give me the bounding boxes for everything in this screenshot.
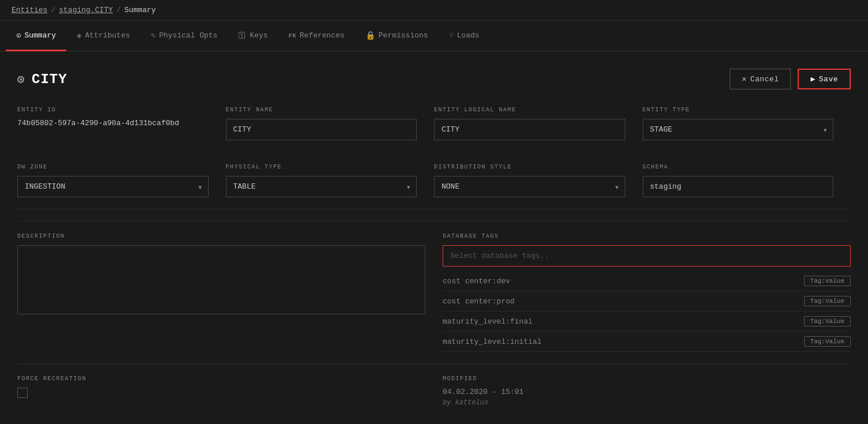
entity-logical-name-label: ENTITY LOGICAL NAME: [434, 107, 625, 113]
modified-label: MODIFIED: [443, 376, 851, 382]
tab-loads-label: Loads: [457, 31, 480, 40]
modified-by: by kattelus: [443, 399, 851, 407]
entity-type-field: ENTITY TYPE STAGE DIM FACT BRIDGE ▾: [643, 107, 851, 140]
keys-icon: ⚿: [238, 31, 246, 40]
breadcrumb: Entities / staging.CITY / Summary: [0, 0, 868, 21]
tag-item-maturity-initial: maturity_level:initial Tag:Value: [443, 332, 851, 352]
force-recreation-checkbox[interactable]: [17, 388, 28, 398]
cancel-x-icon: ✕: [742, 74, 746, 84]
cancel-label: Cancel: [750, 75, 779, 84]
dw-zone-select-wrapper: INGESTION STAGING CORE MART ▾: [17, 176, 209, 197]
description-section: DESCRIPTION: [17, 233, 425, 352]
database-tags-section: DATABASE TAGS cost center:dev Tag:Value …: [443, 233, 851, 352]
entity-title-icon: ⊙: [17, 72, 25, 87]
attributes-icon: ◈: [77, 31, 81, 40]
breadcrumb-current: Summary: [124, 6, 156, 14]
physical-type-select-wrapper: TABLE VIEW MATERIALIZED VIEW ▾: [226, 176, 417, 197]
tag-name-cost-center-dev: cost center:dev: [443, 277, 510, 286]
tab-permissions[interactable]: 🔒 Permissions: [355, 21, 439, 51]
tab-attributes[interactable]: ◈ Attributes: [66, 21, 140, 51]
tab-physical-opts-label: Physical Opts: [159, 31, 217, 40]
action-buttons: ✕ Cancel ▶ Save: [730, 69, 851, 89]
tab-physical-opts[interactable]: ✎ Physical Opts: [141, 21, 228, 51]
tab-summary[interactable]: ⊙ Summary: [6, 21, 66, 51]
tab-bar: ⊙ Summary ◈ Attributes ✎ Physical Opts ⚿…: [0, 21, 868, 51]
tag-item-cost-center-prod: cost center:prod Tag:Value: [443, 291, 851, 312]
tab-loads[interactable]: ⑂ Loads: [439, 22, 490, 51]
force-recreation-section: FORCE RECREATION: [17, 376, 425, 407]
main-content: ⊙ CITY ✕ Cancel ▶ Save ENTITY ID 74b0580…: [0, 51, 868, 418]
entity-type-select-wrapper: STAGE DIM FACT BRIDGE ▾: [643, 119, 834, 140]
entity-header: ⊙ CITY ✕ Cancel ▶ Save: [17, 69, 851, 89]
save-label: Save: [819, 75, 838, 84]
schema-field: SCHEMA: [643, 164, 851, 197]
entity-type-label: ENTITY TYPE: [643, 107, 834, 113]
distribution-style-select-wrapper: NONE ALL EVEN KEY ▾: [434, 176, 625, 197]
tag-badge-cost-center-prod[interactable]: Tag:Value: [804, 296, 851, 306]
entity-logical-name-input[interactable]: [434, 119, 625, 140]
tag-badge-maturity-initial[interactable]: Tag:Value: [804, 336, 851, 347]
database-tags-input[interactable]: [443, 245, 851, 267]
tag-badge-cost-center-dev[interactable]: Tag:Value: [804, 276, 851, 286]
split-row: DESCRIPTION DATABASE TAGS cost center:de…: [17, 221, 851, 352]
cancel-button[interactable]: ✕ Cancel: [730, 69, 791, 89]
tab-references[interactable]: FK References: [278, 22, 355, 51]
force-recreation-checkbox-wrapper: [17, 388, 425, 398]
tag-name-maturity-final: maturity_level:final: [443, 317, 533, 326]
description-label: DESCRIPTION: [17, 233, 425, 239]
bottom-row: FORCE RECREATION MODIFIED 04.02.2020 - 1…: [17, 363, 851, 407]
entity-id-label: ENTITY ID: [17, 107, 209, 113]
tag-name-maturity-initial: maturity_level:initial: [443, 337, 542, 346]
permissions-icon: 🔒: [365, 31, 375, 40]
tag-item-maturity-final: maturity_level:final Tag:Value: [443, 312, 851, 332]
breadcrumb-entities-link[interactable]: Entities: [12, 6, 47, 14]
dw-zone-row: DW ZONE INGESTION STAGING CORE MART ▾ PH…: [17, 164, 851, 209]
tag-badge-maturity-final[interactable]: Tag:Value: [804, 316, 851, 327]
tag-list: cost center:dev Tag:Value cost center:pr…: [443, 271, 851, 352]
tab-keys-label: Keys: [250, 31, 267, 40]
summary-icon: ⊙: [16, 31, 21, 40]
schema-input[interactable]: [643, 176, 834, 197]
tab-keys[interactable]: ⚿ Keys: [228, 22, 278, 51]
distribution-style-field: DISTRIBUTION STYLE NONE ALL EVEN KEY ▾: [434, 164, 643, 197]
loads-icon: ⑂: [449, 31, 454, 40]
entity-name-label: ENTITY NAME: [226, 107, 417, 113]
physical-type-field: PHYSICAL TYPE TABLE VIEW MATERIALIZED VI…: [226, 164, 435, 197]
tag-item-cost-center-dev: cost center:dev Tag:Value: [443, 271, 851, 291]
dw-zone-label: DW ZONE: [17, 164, 209, 170]
distribution-style-select[interactable]: NONE ALL EVEN KEY: [434, 176, 625, 197]
breadcrumb-sep-2: /: [116, 6, 121, 14]
tab-summary-label: Summary: [24, 31, 56, 40]
entity-title: ⊙ CITY: [17, 72, 67, 87]
dw-zone-select[interactable]: INGESTION STAGING CORE MART: [17, 176, 209, 197]
tab-attributes-label: Attributes: [85, 31, 130, 40]
tag-name-cost-center-prod: cost center:prod: [443, 297, 515, 306]
modified-section: MODIFIED 04.02.2020 - 15:01 by kattelus: [443, 376, 851, 407]
modified-date: 04.02.2020 - 15:01: [443, 388, 851, 396]
breadcrumb-sep-1: /: [51, 6, 55, 14]
dw-zone-field: DW ZONE INGESTION STAGING CORE MART ▾: [17, 164, 226, 197]
physical-type-label: PHYSICAL TYPE: [226, 164, 417, 170]
entity-id-field: ENTITY ID 74b05802-597a-4290-a90a-4d131b…: [17, 107, 226, 140]
entity-name-input[interactable]: [226, 119, 417, 140]
entity-type-select[interactable]: STAGE DIM FACT BRIDGE: [643, 119, 834, 140]
entity-info-row: ENTITY ID 74b05802-597a-4290-a90a-4d131b…: [17, 107, 851, 152]
force-recreation-label: FORCE RECREATION: [17, 376, 425, 382]
save-button[interactable]: ▶ Save: [798, 69, 851, 89]
distribution-style-label: DISTRIBUTION STYLE: [434, 164, 625, 170]
schema-label: SCHEMA: [643, 164, 834, 170]
breadcrumb-staging-city-link[interactable]: staging.CITY: [59, 6, 113, 14]
references-icon: FK: [289, 32, 296, 39]
database-tags-label: DATABASE TAGS: [443, 233, 851, 239]
physical-opts-icon: ✎: [151, 31, 156, 40]
entity-name-field: ENTITY NAME: [226, 107, 435, 140]
physical-type-select[interactable]: TABLE VIEW MATERIALIZED VIEW: [226, 176, 417, 197]
entity-id-value: 74b05802-597a-4290-a90a-4d131bcaf0bd: [17, 119, 209, 127]
entity-name-heading: CITY: [32, 72, 67, 87]
save-chevron-icon: ▶: [810, 74, 815, 84]
tab-permissions-label: Permissions: [379, 31, 428, 40]
description-textarea[interactable]: [17, 245, 425, 314]
entity-logical-name-field: ENTITY LOGICAL NAME: [434, 107, 643, 140]
tab-references-label: References: [300, 31, 345, 40]
